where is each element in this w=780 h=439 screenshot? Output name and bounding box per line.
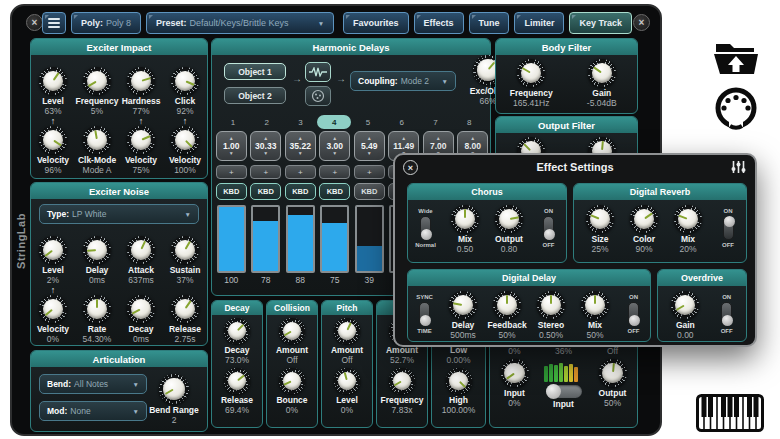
- knob[interactable]: [493, 291, 521, 319]
- kbd-toggle-button[interactable]: KBD: [354, 183, 385, 200]
- folder-export-icon[interactable]: [712, 36, 760, 82]
- poly-dropdown[interactable]: Poly: Poly 8: [71, 12, 141, 34]
- kbd-toggle-button[interactable]: KBD: [285, 183, 316, 200]
- chorus-mode-toggle[interactable]: Wide Normal: [412, 205, 440, 249]
- menu-icon[interactable]: [42, 12, 66, 34]
- reverb-power-toggle[interactable]: ON OFF: [714, 205, 742, 249]
- bar-slider[interactable]: [251, 205, 280, 273]
- knob[interactable]: [127, 295, 155, 323]
- knob[interactable]: [171, 295, 199, 323]
- knob[interactable]: [581, 291, 609, 319]
- midi-din-icon[interactable]: [714, 86, 758, 134]
- toolbar-button[interactable]: Favourites: [343, 12, 409, 34]
- toolbar-button[interactable]: Key Track: [569, 12, 632, 34]
- harmonic-tab[interactable]: 6: [385, 115, 419, 129]
- kbd-toggle-button[interactable]: KBD: [319, 183, 350, 200]
- knob[interactable]: [171, 126, 199, 154]
- harmonic-tab[interactable]: 2: [250, 115, 284, 129]
- value-stepper[interactable]: ▲ 30.33 ▼: [249, 131, 284, 161]
- knob[interactable]: [39, 126, 67, 154]
- input-knob[interactable]: [501, 359, 529, 387]
- knob[interactable]: [449, 291, 477, 319]
- object1-button[interactable]: Object 1: [224, 63, 286, 80]
- knob[interactable]: [517, 59, 545, 87]
- knob[interactable]: [671, 291, 699, 319]
- add-button[interactable]: +: [319, 165, 350, 179]
- output-knob[interactable]: [599, 359, 627, 387]
- knob[interactable]: [389, 368, 415, 394]
- knob[interactable]: [83, 126, 111, 154]
- knob[interactable]: [83, 295, 111, 323]
- knob[interactable]: [279, 318, 305, 344]
- value-stepper[interactable]: ▲ 35.22 ▼: [283, 131, 318, 161]
- toolbar-button[interactable]: Limiter: [514, 12, 564, 34]
- knob[interactable]: [674, 205, 702, 233]
- knob[interactable]: [39, 236, 67, 264]
- kbd-toggle-button[interactable]: KBD: [216, 183, 247, 200]
- knob[interactable]: [586, 205, 614, 233]
- mixer-icon[interactable]: [731, 160, 746, 178]
- piano-keyboard-icon[interactable]: [696, 394, 764, 436]
- knob[interactable]: [171, 236, 199, 264]
- knob[interactable]: [537, 291, 565, 319]
- knob[interactable]: [451, 205, 479, 233]
- step-down-icon[interactable]: ▼: [298, 151, 303, 156]
- value-stepper[interactable]: ▲ 5.49 ▼: [352, 131, 387, 161]
- toolbar-button[interactable]: Tune: [469, 12, 510, 34]
- knob[interactable]: [224, 318, 250, 344]
- add-button[interactable]: +: [216, 165, 247, 179]
- step-down-icon[interactable]: ▼: [367, 151, 372, 156]
- coupling-dropdown[interactable]: Coupling: Mode 2 ▼: [350, 71, 456, 91]
- step-down-icon[interactable]: ▼: [263, 151, 268, 156]
- harmonic-tab[interactable]: 4: [317, 115, 351, 129]
- knob[interactable]: [83, 236, 111, 264]
- knob[interactable]: [279, 368, 305, 394]
- close-icon[interactable]: ×: [403, 160, 418, 175]
- object2-button[interactable]: Object 2: [224, 87, 286, 104]
- random-ball-icon[interactable]: [305, 86, 331, 106]
- overdrive-power-toggle[interactable]: ON OFF: [713, 291, 741, 335]
- harmonic-tab[interactable]: 3: [284, 115, 318, 129]
- harmonic-tab[interactable]: 7: [419, 115, 453, 129]
- value-stepper[interactable]: ▲ 1.00 ▼: [214, 131, 249, 161]
- harmonic-tab[interactable]: 5: [351, 115, 385, 129]
- bar-slider[interactable]: [355, 205, 384, 273]
- knob[interactable]: [334, 318, 360, 344]
- input-toggle[interactable]: [546, 385, 582, 398]
- knob[interactable]: [171, 67, 199, 95]
- delay-power-toggle[interactable]: ON OFF: [620, 291, 648, 335]
- knob[interactable]: [334, 368, 360, 394]
- knob[interactable]: [83, 67, 111, 95]
- value-stepper[interactable]: ▲ 3.00 ▼: [318, 131, 353, 161]
- kbd-toggle-button[interactable]: KBD: [250, 183, 281, 200]
- knob[interactable]: [127, 67, 155, 95]
- knob[interactable]: [495, 205, 523, 233]
- knob[interactable]: [39, 295, 67, 323]
- add-button[interactable]: +: [250, 165, 281, 179]
- preset-dropdown[interactable]: Preset: Default/Keys/Brittle Keys ▼: [146, 12, 334, 34]
- bend-range-knob[interactable]: [159, 374, 189, 404]
- bar-slider[interactable]: [217, 205, 246, 273]
- knob[interactable]: [39, 67, 67, 95]
- step-down-icon[interactable]: ▼: [332, 151, 337, 156]
- knob[interactable]: [588, 59, 616, 87]
- harmonic-tab[interactable]: 8: [452, 115, 486, 129]
- bar-slider[interactable]: [286, 205, 315, 273]
- knob[interactable]: [127, 236, 155, 264]
- close-icon-right[interactable]: ×: [633, 14, 650, 31]
- noise-type-dropdown[interactable]: Type: LP White ▼: [39, 204, 199, 224]
- knob[interactable]: [224, 368, 250, 394]
- chorus-power-toggle[interactable]: ON OFF: [535, 205, 563, 249]
- bar-slider[interactable]: [320, 205, 349, 273]
- add-button[interactable]: +: [285, 165, 316, 179]
- toolbar-button[interactable]: Effects: [414, 12, 464, 34]
- mod-dropdown[interactable]: Mod: None ▼: [39, 401, 147, 421]
- knob[interactable]: [127, 126, 155, 154]
- waveform-icon[interactable]: [305, 62, 331, 82]
- close-icon[interactable]: ×: [26, 14, 43, 31]
- harmonic-tab[interactable]: 1: [216, 115, 250, 129]
- knob[interactable]: [630, 205, 658, 233]
- bend-dropdown[interactable]: Bend: All Notes ▼: [39, 374, 147, 394]
- knob[interactable]: [446, 368, 472, 394]
- step-down-icon[interactable]: ▼: [229, 151, 234, 156]
